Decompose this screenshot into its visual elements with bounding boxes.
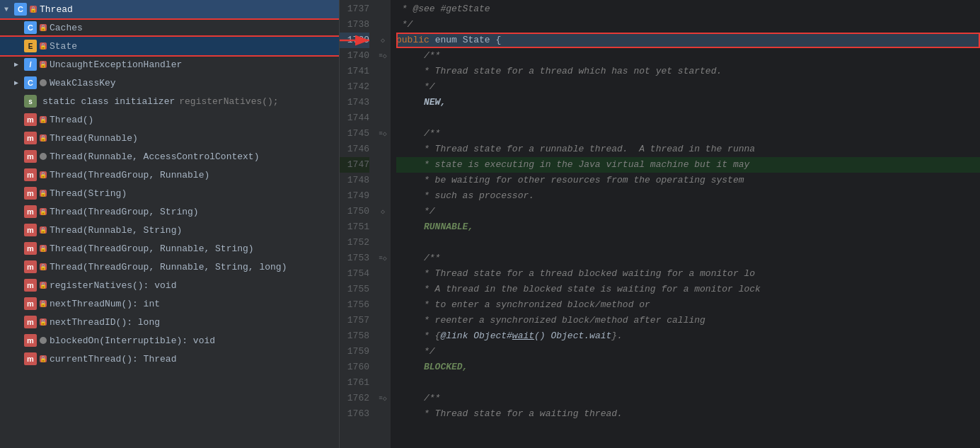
code-line-1758: * {@link Object#wait() Object.wait}. <box>396 328 980 344</box>
tree-item-regnatives[interactable]: m 🔒 registerNatives(): void <box>0 276 339 294</box>
lock-badge: 🔒 <box>40 355 47 362</box>
code-text: /** <box>396 126 440 142</box>
tree-item-thread-ctor1[interactable]: m 🔒 Thread() <box>0 110 339 129</box>
file-tree-panel[interactable]: ▼ C 🔒 Thread C 🔒 Caches E 🔒 State ▶ I 🔒 … <box>0 0 340 448</box>
lock-badge: 🔒 <box>40 42 47 50</box>
tree-label: Thread(ThreadGroup, Runnable) <box>50 170 209 180</box>
tree-item-thread-ctor5[interactable]: m 🔒 Thread(String) <box>0 184 339 202</box>
tree-label: Thread(ThreadGroup, Runnable, String) <box>50 243 254 254</box>
interface-icon: I <box>24 58 37 71</box>
lock-badge: 🔒 <box>30 6 37 13</box>
method-icon: m <box>24 352 37 365</box>
lock-badge: 🔒 <box>40 190 47 197</box>
code-text: * such as processor. <box>396 188 534 204</box>
method-icon: m <box>24 113 37 126</box>
tree-label: blockedOn(Interruptible): void <box>50 335 215 346</box>
lock-badge: 🔒 <box>40 245 47 252</box>
code-line-1752 <box>396 235 980 251</box>
lock-badge: 🔒 <box>40 318 47 326</box>
method-icon: m <box>24 187 37 200</box>
lock-badge: 🔒 <box>40 61 47 68</box>
tree-item-thread-ctor8[interactable]: m 🔒 Thread(ThreadGroup, Runnable, String… <box>0 239 339 258</box>
code-line-1757: * reenter a synchronized block/method af… <box>396 313 980 328</box>
code-line-1746: * Thread state for a runnable thread. A … <box>396 142 980 157</box>
enum-icon: E <box>24 40 37 52</box>
code-text: NEW, <box>396 95 446 110</box>
method-icon: m <box>24 334 37 347</box>
tree-label: Thread(ThreadGroup, Runnable, String, lo… <box>50 262 287 272</box>
lock-badge: 🔒 <box>40 300 47 307</box>
code-gutter: ◇ ≡◇ ≡◇ ◇ ≡◇ ≡◇ <box>375 0 391 448</box>
tree-item-caches[interactable]: C 🔒 Caches <box>0 18 339 37</box>
arrow-icon: ▶ <box>14 60 24 69</box>
code-line-1741: * Thread state for a thread which has no… <box>396 64 980 79</box>
code-text: */ <box>396 204 435 219</box>
code-text: * reenter a synchronized block/method af… <box>396 313 705 328</box>
code-text: * {@link Object#wait() Object.wait}. <box>396 328 623 344</box>
code-text: * be waiting for other resources from th… <box>396 173 744 188</box>
code-text: RUNNABLE, <box>396 219 473 235</box>
code-text: * A thread in the blocked state is waiti… <box>396 282 761 297</box>
method-icon: m <box>24 316 37 328</box>
method-icon: m <box>24 224 37 236</box>
tree-item-thread-ctor7[interactable]: m 🔒 Thread(Runnable, String) <box>0 221 339 239</box>
tree-label: currentThread(): Thread <box>50 354 176 364</box>
tree-label: static class initializer <box>42 96 175 107</box>
tree-label: Thread <box>40 4 73 15</box>
tree-item-uncaught[interactable]: ▶ I 🔒 UncaughtExceptionHandler <box>0 55 339 74</box>
code-text: BLOCKED, <box>396 360 468 375</box>
lock-badge: 🔒 <box>40 116 47 123</box>
code-text: * state is executing in the Java virtual… <box>396 157 749 173</box>
tree-item-state[interactable]: E 🔒 State <box>0 37 339 55</box>
tree-label: Thread(String) <box>50 188 127 199</box>
tree-item-blockedon[interactable]: m blockedOn(Interruptible): void <box>0 331 339 350</box>
tree-item-weakclasskey[interactable]: ▶ C WeakClassKey <box>0 74 339 92</box>
lock-badge: 🔒 <box>40 226 47 234</box>
code-line-1739: public enum State { <box>396 33 980 48</box>
code-line-1740: /** <box>396 48 980 64</box>
method-icon: s <box>24 95 37 108</box>
tree-item-thread-ctor3[interactable]: m Thread(Runnable, AccessControlContext) <box>0 147 339 166</box>
code-text: * Thread state for a waiting thread. <box>396 406 623 422</box>
tree-item-currentthread[interactable]: m 🔒 currentThread(): Thread <box>0 350 339 368</box>
tree-label: nextThreadNum(): int <box>50 299 160 309</box>
code-line-1754: * Thread state for a thread blocked wait… <box>396 266 980 282</box>
lock-badge: 🔒 <box>40 208 47 215</box>
tree-item-nextthreadnum[interactable]: m 🔒 nextThreadNum(): int <box>0 294 339 313</box>
code-text: /** <box>396 391 440 406</box>
tree-label: registerNatives(): void <box>50 280 176 291</box>
tree-label: Thread(ThreadGroup, String) <box>50 207 199 217</box>
lock-badge: 🔒 <box>40 24 47 31</box>
tree-label: Thread(Runnable, AccessControlContext) <box>50 151 259 162</box>
method-icon: m <box>24 260 37 273</box>
lock-badge: 🔒 <box>40 171 47 178</box>
code-line-1743: NEW, <box>396 95 980 110</box>
code-line-1755: * A thread in the blocked state is waiti… <box>396 282 980 297</box>
tree-item-thread-ctor2[interactable]: m 🔒 Thread(Runnable) <box>0 129 339 147</box>
class-icon: C <box>14 3 27 16</box>
tree-item-thread-ctor6[interactable]: m 🔒 Thread(ThreadGroup, String) <box>0 202 339 221</box>
code-line-1760: BLOCKED, <box>396 360 980 375</box>
arrow-icon: ▶ <box>14 79 24 87</box>
tree-label: UncaughtExceptionHandler <box>50 59 182 70</box>
tree-label: Thread(Runnable, String) <box>50 225 182 236</box>
tree-item-staticinit[interactable]: s static class initializer registerNativ… <box>0 92 339 110</box>
code-text: /** <box>396 251 440 266</box>
method-icon: m <box>24 150 37 163</box>
lock-badge: 🔒 <box>40 263 47 270</box>
method-icon: m <box>24 297 37 310</box>
tree-sublabel: registerNatives(); <box>179 96 278 107</box>
method-icon: m <box>24 168 37 181</box>
tree-label: Thread(Runnable) <box>50 133 138 144</box>
line-numbers: 1737 1738 1739 1740 1741 1742 1743 1744 … <box>340 0 375 448</box>
tree-item-thread-ctor4[interactable]: m 🔒 Thread(ThreadGroup, Runnable) <box>0 166 339 184</box>
method-icon: m <box>24 132 37 144</box>
code-text: * Thread state for a thread blocked wait… <box>396 266 755 282</box>
tree-item-thread-ctor9[interactable]: m 🔒 Thread(ThreadGroup, Runnable, String… <box>0 258 339 276</box>
class-icon: C <box>24 21 37 34</box>
tree-item-thread[interactable]: ▼ C 🔒 Thread <box>0 0 339 18</box>
code-text: */ <box>396 17 413 33</box>
tree-item-nextthreadid[interactable]: m 🔒 nextThreadID(): long <box>0 313 339 331</box>
code-text: */ <box>396 344 435 360</box>
method-icon: m <box>24 242 37 255</box>
